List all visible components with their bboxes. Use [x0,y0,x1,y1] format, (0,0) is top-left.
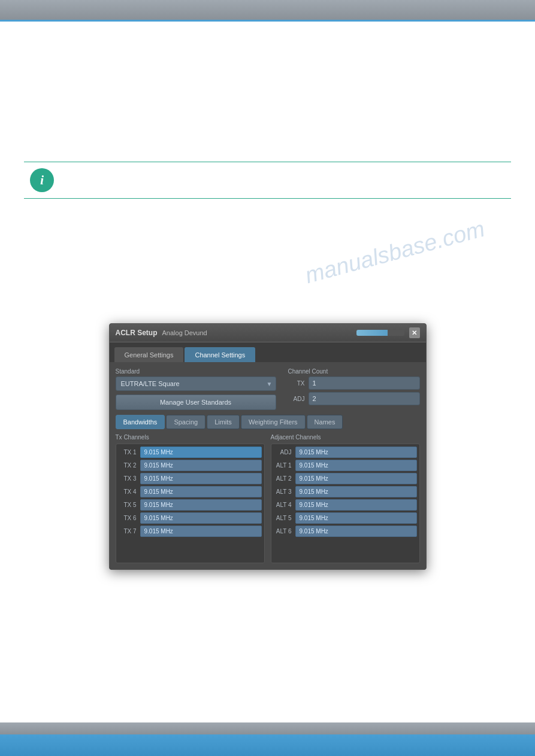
table-row: TX 7 [119,526,262,537]
adj-channels-scroll[interactable]: ADJ ALT 1 ALT 2 ALT 3 [271,444,420,563]
table-row: ADJ [274,447,417,458]
tab-channel-settings[interactable]: Channel Settings [185,347,255,362]
tx4-label: TX 4 [119,488,137,495]
alt1-label: ALT 1 [274,462,292,469]
tab-general-settings[interactable]: General Settings [114,347,184,362]
alt4-input[interactable] [295,499,417,511]
tx3-input[interactable] [140,473,262,484]
tx6-input[interactable] [140,512,262,524]
tx-label: TX [288,380,305,387]
dialog-title: ACLR Setup [116,329,158,337]
tx7-input[interactable] [140,526,262,537]
alt6-label: ALT 6 [274,528,292,535]
tx6-label: TX 6 [119,515,137,521]
tx-channels-label: Tx Channels [116,434,265,441]
tx4-input[interactable] [140,486,262,497]
table-row: ALT 6 [274,526,417,537]
sub-tab-limits[interactable]: Limits [207,415,240,429]
table-row: TX 6 [119,512,262,524]
tx5-input[interactable] [140,499,262,511]
alt6-input[interactable] [295,526,417,537]
tx1-input[interactable] [140,447,262,458]
info-box: i [24,162,511,199]
adj-count-input[interactable] [309,392,420,405]
adj-label: ADJ [288,396,305,402]
standard-label: Standard [116,368,276,375]
dialog-close-button[interactable]: ✕ [409,327,420,338]
footer-gray-bar [0,722,535,734]
manage-user-standards-button[interactable]: Manage User Standards [116,394,276,410]
dialog-titlebar-left: ACLR Setup Analog Devund [116,329,207,337]
dialog-body: Standard EUTRA/LTE Square EUTRA/LTE RC W… [110,362,426,569]
adj-input[interactable] [295,447,417,458]
standard-channel-row: Standard EUTRA/LTE Square EUTRA/LTE RC W… [116,368,420,410]
table-row: TX 3 [119,473,262,484]
adj-channels-group: Adjacent Channels ADJ ALT 1 ALT 2 [271,434,420,563]
table-row: ALT 3 [274,486,417,497]
sub-tab-bandwidths[interactable]: Bandwidths [116,415,165,429]
adj-label: ADJ [274,449,292,456]
adj-row: ADJ [288,392,420,405]
tx2-input[interactable] [140,460,262,471]
table-row: ALT 1 [274,460,417,471]
alt5-input[interactable] [295,512,417,524]
top-header-bar [0,0,535,22]
channels-area: Tx Channels TX 1 TX 2 TX 3 [116,434,420,563]
alt2-input[interactable] [295,473,417,484]
alt3-input[interactable] [295,486,417,497]
dialog-titlebar: ACLR Setup Analog Devund ✕ [110,324,426,342]
tx-count-input[interactable] [309,377,420,390]
standard-select[interactable]: EUTRA/LTE Square EUTRA/LTE RC W-CDMA CDM… [116,377,276,391]
tx-channels-scroll[interactable]: TX 1 TX 2 TX 3 TX 4 [116,444,265,563]
watermark: manualsbase.com [302,216,487,289]
alt1-input[interactable] [295,460,417,471]
table-row: TX 4 [119,486,262,497]
tx5-label: TX 5 [119,502,137,508]
info-icon: i [30,168,54,192]
table-row: TX 2 [119,460,262,471]
tx1-label: TX 1 [119,449,137,456]
dialog-device-label: Analog Devund [162,329,207,336]
channel-count-label: Channel Count [288,368,420,375]
table-row: ALT 2 [274,473,417,484]
aclr-dialog: ACLR Setup Analog Devund ✕ General Setti… [109,323,427,570]
adj-channels-label: Adjacent Channels [271,434,420,441]
alt5-label: ALT 5 [274,515,292,521]
sub-tab-names[interactable]: Names [307,415,343,429]
dialog-progress-fill [356,330,388,336]
tx-row: TX [288,377,420,390]
table-row: ALT 4 [274,499,417,511]
footer-blue-bar [0,734,535,756]
sub-tab-weighting-filters[interactable]: Weighting Filters [241,415,306,429]
tx3-label: TX 3 [119,475,137,482]
alt3-label: ALT 3 [274,488,292,495]
alt2-label: ALT 2 [274,475,292,482]
tx7-label: TX 7 [119,528,137,535]
tx-channels-group: Tx Channels TX 1 TX 2 TX 3 [116,434,265,563]
dialog-progress-bar [356,330,404,336]
sub-tabs: Bandwidths Spacing Limits Weighting Filt… [116,415,420,429]
standard-col: Standard EUTRA/LTE Square EUTRA/LTE RC W… [116,368,276,410]
standard-select-wrapper: EUTRA/LTE Square EUTRA/LTE RC W-CDMA CDM… [116,377,276,391]
alt4-label: ALT 4 [274,502,292,508]
dialog-tabs: General Settings Channel Settings [110,342,426,362]
table-row: ALT 5 [274,512,417,524]
tx2-label: TX 2 [119,462,137,469]
table-row: TX 5 [119,499,262,511]
channel-count-col: Channel Count TX ADJ [288,368,420,408]
sub-tab-spacing[interactable]: Spacing [166,415,205,429]
table-row: TX 1 [119,447,262,458]
